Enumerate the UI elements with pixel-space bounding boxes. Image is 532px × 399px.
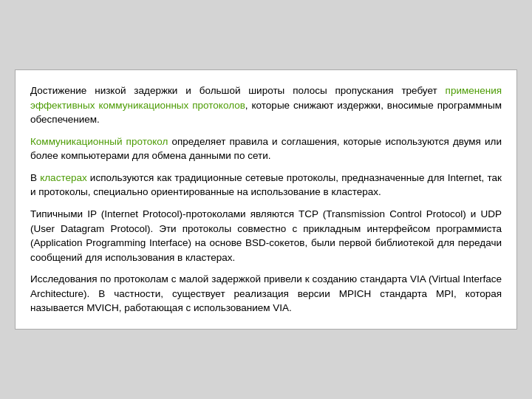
text-p2-highlight: Коммуникационный протокол xyxy=(30,136,168,147)
text-p3-2: используются как традиционные сетевые пр… xyxy=(30,172,502,198)
paragraph-2: Коммуникационный протокол определяет пра… xyxy=(30,134,502,163)
text-p3-1: В xyxy=(30,172,40,183)
paragraph-4: Типичными IP (Internet Protocol)-протоко… xyxy=(30,207,502,265)
paragraph-3: В кластерах используются как традиционны… xyxy=(30,171,502,200)
text-p5-1: Исследования по протоколам с малой задер… xyxy=(30,273,502,313)
text-p3-highlight: кластерах xyxy=(40,172,87,183)
content-card: Достижение низкой задержки и большой шир… xyxy=(15,69,517,330)
paragraph-1: Достижение низкой задержки и большой шир… xyxy=(30,83,502,127)
paragraph-5: Исследования по протоколам с малой задер… xyxy=(30,272,502,316)
text-p4-1: Типичными IP (Internet Protocol)-протоко… xyxy=(30,208,502,263)
text-p1-1: Достижение низкой задержки и большой шир… xyxy=(30,85,446,96)
